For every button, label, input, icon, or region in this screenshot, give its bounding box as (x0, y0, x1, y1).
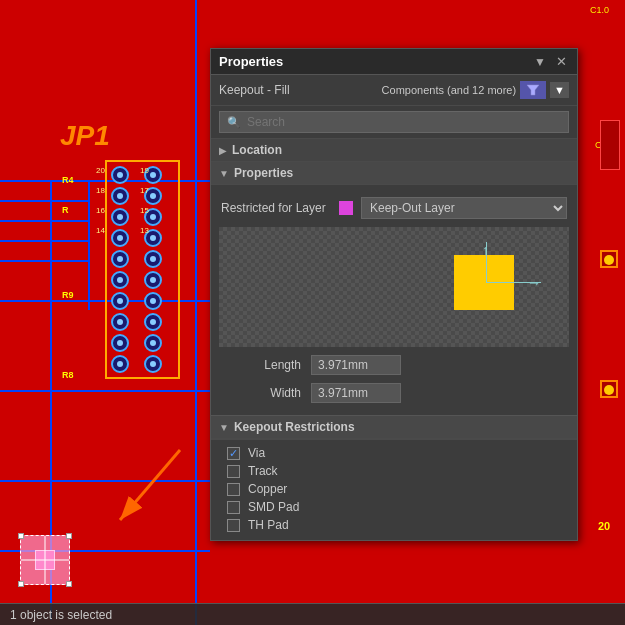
search-input[interactable] (247, 115, 561, 129)
length-row: Length (211, 351, 577, 379)
n20-label: 20 (598, 520, 610, 532)
pin (111, 187, 129, 205)
location-section-header[interactable]: ▶ Location (211, 139, 577, 162)
layer-label: Restricted for Layer (221, 201, 331, 215)
properties-content: Restricted for Layer Keep-Out Layer ↑ → … (211, 185, 577, 415)
pin (111, 292, 129, 310)
pin (111, 208, 129, 226)
location-arrow-icon: ▶ (219, 145, 227, 156)
keepout-restrictions-content: ✓ Via Track Copper SMD Pad TH Pad (211, 439, 577, 540)
restriction-row-track: Track (211, 462, 577, 480)
filter-area: Components (and 12 more) ▼ (382, 81, 569, 99)
via (604, 255, 614, 265)
properties-section-header[interactable]: ▼ Properties (211, 162, 577, 185)
trace (0, 260, 90, 262)
track-checkbox[interactable] (227, 465, 240, 478)
filter-icon (526, 83, 540, 97)
pin (111, 250, 129, 268)
status-text: 1 object is selected (10, 608, 112, 622)
keepout-header: Keepout - Fill Components (and 12 more) … (211, 75, 577, 106)
via-label: Via (248, 446, 265, 460)
trace (0, 240, 90, 242)
preview-dimension-line-v (486, 242, 487, 282)
handle (18, 581, 24, 587)
pin-label: 20 (96, 166, 105, 175)
pin-label: 17 (140, 186, 149, 195)
properties-arrow-icon: ▼ (219, 168, 229, 179)
pin (144, 292, 162, 310)
pin (144, 313, 162, 331)
pin (111, 166, 129, 184)
close-button[interactable]: ✕ (554, 54, 569, 69)
panel-title-buttons: ▼ ✕ (532, 54, 569, 69)
pin (111, 334, 129, 352)
trace (0, 220, 90, 222)
properties-panel: Properties ▼ ✕ Keepout - Fill Components… (210, 48, 578, 541)
r-label: R (62, 205, 69, 215)
length-input[interactable] (311, 355, 401, 375)
pin-label: 19 (140, 166, 149, 175)
search-icon: 🔍 (227, 116, 241, 129)
handle (18, 533, 24, 539)
trace (0, 390, 210, 392)
copper-checkbox[interactable] (227, 483, 240, 496)
via (604, 385, 614, 395)
panel-titlebar: Properties ▼ ✕ (211, 49, 577, 75)
selected-object (20, 535, 70, 585)
panel-title: Properties (219, 54, 283, 69)
handle (66, 533, 72, 539)
layer-select[interactable]: Keep-Out Layer (361, 197, 567, 219)
track-label: Track (248, 464, 278, 478)
keepout-restrictions-header[interactable]: ▼ Keepout Restrictions (211, 415, 577, 439)
pin (144, 250, 162, 268)
pin (111, 313, 129, 331)
pin-label: 18 (96, 186, 105, 195)
checkmark-icon: ✓ (229, 448, 238, 459)
crosshair-v (45, 536, 46, 584)
filter-dropdown-button[interactable]: ▼ (550, 82, 569, 98)
properties-section-title: Properties (234, 166, 293, 180)
width-label: Width (221, 386, 301, 400)
r-label: R8 (62, 370, 74, 380)
pin (111, 229, 129, 247)
restriction-row-copper: Copper (211, 480, 577, 498)
arrow-indicator (100, 440, 200, 560)
r-label: R4 (62, 175, 74, 185)
pcb-component (600, 120, 620, 170)
preview-area: ↑ → (219, 227, 569, 347)
search-bar: 🔍 (211, 106, 577, 139)
width-input[interactable] (311, 383, 401, 403)
pin (111, 355, 129, 373)
location-section-title: Location (232, 143, 282, 157)
preview-arrow-right-icon: → (527, 275, 541, 291)
via-checkbox[interactable]: ✓ (227, 447, 240, 460)
pin (144, 334, 162, 352)
preview-dimension-line-h (486, 282, 541, 283)
restriction-row-smd-pad: SMD Pad (211, 498, 577, 516)
jp1-label: JP1 (60, 120, 110, 152)
smd-pad-checkbox[interactable] (227, 501, 240, 514)
filter-button[interactable] (520, 81, 546, 99)
svg-marker-2 (527, 85, 539, 95)
th-pad-checkbox[interactable] (227, 519, 240, 532)
keepout-restrictions-title: Keepout Restrictions (234, 420, 355, 434)
length-label: Length (221, 358, 301, 372)
smd-pad-label: SMD Pad (248, 500, 299, 514)
pin-label: 14 (96, 226, 105, 235)
pin-button[interactable]: ▼ (532, 55, 548, 69)
filter-text: Components (and 12 more) (382, 84, 517, 96)
search-input-wrapper: 🔍 (219, 111, 569, 133)
trace (88, 180, 90, 310)
width-row: Width (211, 379, 577, 407)
pcb-component (600, 250, 618, 268)
pin-label: 16 (96, 206, 105, 215)
pin (144, 355, 162, 373)
handle (66, 581, 72, 587)
layer-row: Restricted for Layer Keep-Out Layer (211, 193, 577, 223)
restriction-row-via: ✓ Via (211, 444, 577, 462)
pcb-component (600, 380, 618, 398)
keepout-restrictions-arrow-icon: ▼ (219, 422, 229, 433)
trace (0, 200, 90, 202)
r-label: R9 (62, 290, 74, 300)
copper-label: Copper (248, 482, 287, 496)
